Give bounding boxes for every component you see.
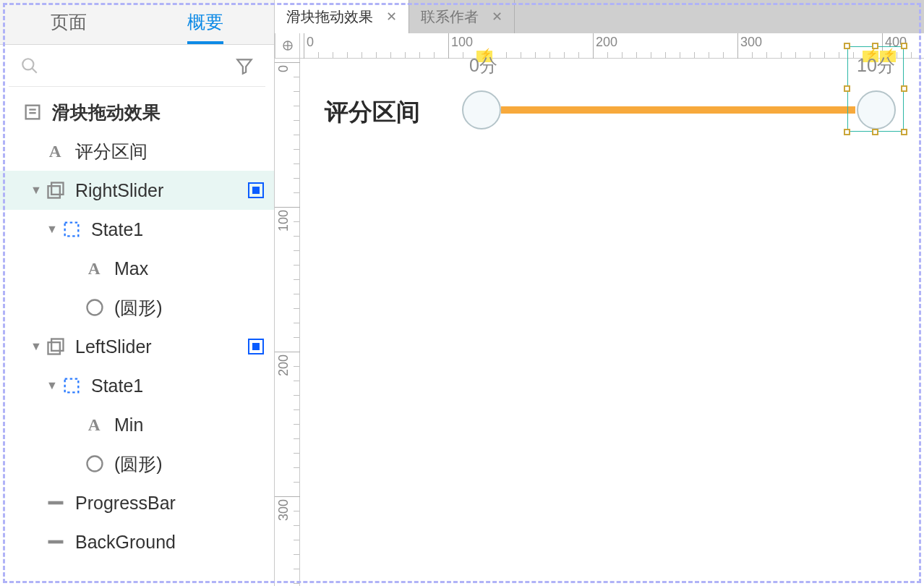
svg-point-0 xyxy=(22,59,33,69)
rating-title[interactable]: 评分区间 xyxy=(325,96,420,129)
resize-handle-bottom-right[interactable] xyxy=(901,129,907,135)
outline-row[interactable]: (圆形) xyxy=(0,444,274,483)
outline-row[interactable]: ▼State1 xyxy=(0,210,274,249)
text-icon: A xyxy=(82,256,107,281)
svg-marker-2 xyxy=(237,59,252,74)
ruler-tick-label: 200 xyxy=(276,354,291,376)
dynamic-icon xyxy=(43,178,68,203)
outline-row-label: Max xyxy=(114,258,264,279)
outline-row-label: RightSlider xyxy=(75,180,248,201)
canvas[interactable]: 评分区间 0分 10分 xyxy=(300,59,924,586)
outline-row[interactable]: BackGround xyxy=(0,522,274,561)
chevron-down-icon[interactable]: ▼ xyxy=(45,379,59,392)
active-tab-indicator xyxy=(187,41,223,44)
chevron-down-icon[interactable]: ▼ xyxy=(29,184,43,197)
left-slider-knob[interactable] xyxy=(462,90,501,129)
progress-bar[interactable] xyxy=(501,106,855,114)
close-icon[interactable]: ✕ xyxy=(386,9,397,25)
state-icon xyxy=(59,217,84,242)
outline-row-label: LeftSlider xyxy=(75,336,248,357)
left-score-label[interactable]: 0分 xyxy=(469,54,497,77)
svg-rect-9 xyxy=(65,223,79,237)
svg-rect-8 xyxy=(51,183,63,195)
close-icon[interactable]: ✕ xyxy=(492,9,502,25)
outline-row-label: 评分区间 xyxy=(75,140,264,164)
outline-row-label: Min xyxy=(114,415,264,436)
svg-text:A: A xyxy=(88,259,100,278)
resize-handle-top-right[interactable] xyxy=(901,43,907,49)
outline-row[interactable]: ▼RightSlider xyxy=(0,171,274,210)
ruler-tick-label: 0 xyxy=(307,35,314,50)
ruler-origin-icon[interactable] xyxy=(275,33,300,59)
outline-row[interactable]: A评分区间 xyxy=(0,132,274,171)
document-tab[interactable]: 滑块拖动效果✕ xyxy=(275,0,409,33)
ellipse-icon xyxy=(82,451,107,476)
outline-row-label: BackGround xyxy=(75,532,264,553)
chevron-down-icon[interactable]: ▼ xyxy=(45,223,59,236)
document-tabbar: 滑块拖动效果✕联系作者✕ xyxy=(275,0,924,33)
svg-line-1 xyxy=(32,68,37,73)
search-row xyxy=(9,45,265,87)
outline-row[interactable]: ProgressBar xyxy=(0,483,274,522)
ruler-horizontal[interactable]: 0100200300400 xyxy=(300,33,924,59)
svg-rect-12 xyxy=(48,342,60,354)
outline-row-label: (圆形) xyxy=(114,452,264,476)
state-icon xyxy=(59,373,84,398)
outline-row-label: ProgressBar xyxy=(75,493,264,514)
text-icon: A xyxy=(82,412,107,437)
sidebar-tabs: 页面 概要 xyxy=(0,0,274,45)
outline-row[interactable]: 滑块拖动效果 xyxy=(0,93,274,132)
svg-rect-14 xyxy=(65,379,79,393)
outline-row[interactable]: (圆形) xyxy=(0,288,274,327)
ruler-tick-label: 200 xyxy=(596,35,617,50)
document-tab-label: 滑块拖动效果 xyxy=(286,7,373,27)
outline-row[interactable]: ▼State1 xyxy=(0,366,274,405)
outline-row[interactable]: AMin xyxy=(0,405,274,444)
outline-tree: 滑块拖动效果A评分区间▼RightSlider▼State1AMax(圆形)▼L… xyxy=(0,87,274,586)
resize-handle-bottom-left[interactable] xyxy=(844,129,850,135)
svg-text:A: A xyxy=(49,142,61,161)
document-tab-label: 联系作者 xyxy=(421,7,479,27)
sidebar: 页面 概要 滑块拖动效果A评分区间▼RightSlider▼State1AMax… xyxy=(0,0,275,586)
outline-row-label: State1 xyxy=(91,375,264,396)
svg-rect-13 xyxy=(51,339,63,351)
ruler-tick-label: 300 xyxy=(740,35,762,50)
chevron-down-icon[interactable]: ▼ xyxy=(29,340,43,353)
outline-row[interactable]: ▼LeftSlider xyxy=(0,327,274,366)
line-icon xyxy=(43,491,68,515)
sidebar-tab-outline-label: 概要 xyxy=(187,10,223,34)
ellipse-icon xyxy=(82,295,107,320)
sidebar-tab-page-label: 页面 xyxy=(51,10,87,34)
dynamic-panel-badge-icon xyxy=(248,182,264,198)
workspace: 0100200300 评分区间 0分 10分 xyxy=(275,59,924,586)
dynamic-panel-badge-icon xyxy=(248,339,264,354)
line-icon xyxy=(43,530,68,554)
resize-handle-top-left[interactable] xyxy=(844,43,850,49)
sidebar-tab-page[interactable]: 页面 xyxy=(0,0,137,44)
resize-handle-top-mid[interactable] xyxy=(872,43,878,49)
outline-row[interactable]: AMax xyxy=(0,249,274,288)
page-icon xyxy=(20,100,45,124)
resize-handle-mid-left[interactable] xyxy=(844,85,850,92)
outline-row-label: (圆形) xyxy=(114,296,264,320)
outline-row-label: 滑块拖动效果 xyxy=(52,101,264,124)
svg-point-16 xyxy=(87,457,103,472)
dynamic-icon xyxy=(43,334,68,359)
svg-point-11 xyxy=(87,300,103,315)
sidebar-tab-outline[interactable]: 概要 xyxy=(137,0,275,44)
ruler-tick-label: 0 xyxy=(276,65,291,72)
ruler-tick-label: 300 xyxy=(276,499,291,521)
filter-icon[interactable] xyxy=(235,56,254,75)
selection-bounding-box[interactable] xyxy=(847,46,904,132)
outline-row-label: State1 xyxy=(91,219,264,240)
search-icon[interactable] xyxy=(20,56,39,75)
svg-text:A: A xyxy=(88,415,100,434)
search-input[interactable] xyxy=(46,57,235,74)
resize-handle-bottom-mid[interactable] xyxy=(872,129,878,135)
svg-rect-7 xyxy=(48,186,60,198)
resize-handle-mid-right[interactable] xyxy=(901,85,907,92)
ruler-vertical[interactable]: 0100200300 xyxy=(275,59,300,586)
ruler-tick-label: 100 xyxy=(276,210,291,232)
ruler-tick-label: 100 xyxy=(451,35,473,50)
document-tab[interactable]: 联系作者✕ xyxy=(409,0,515,33)
